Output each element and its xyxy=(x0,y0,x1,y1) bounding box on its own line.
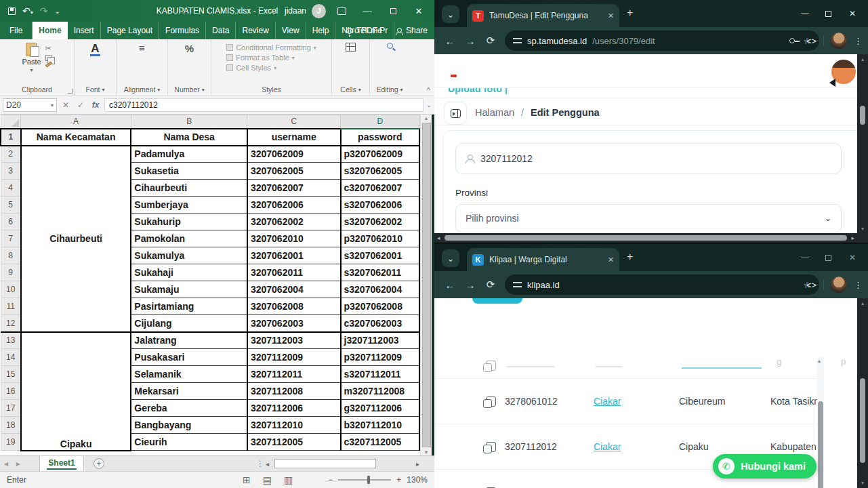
page-vertical-scrollbar[interactable]: ▴ ▾ xyxy=(857,298,868,488)
dev-code-icon[interactable]: <> xyxy=(806,36,817,46)
row-header[interactable]: 3 xyxy=(1,163,21,180)
desa-cell[interactable]: Sukamulya xyxy=(131,247,247,264)
password-cell[interactable]: s3207062002 xyxy=(341,214,419,230)
page-horizontal-scrollbar[interactable]: ◂ ▸ xyxy=(434,233,857,243)
desa-cell[interactable]: Gereba xyxy=(131,400,247,417)
font-icon[interactable]: A xyxy=(90,43,100,56)
name-box[interactable]: D20 ▾ xyxy=(3,98,57,112)
excel-vertical-scrollbar[interactable]: ▴ ▾ xyxy=(420,115,432,455)
row-header[interactable]: 1 xyxy=(1,129,21,146)
username-cell[interactable]: 3207062002 xyxy=(247,214,341,230)
cell-a1[interactable]: Nama Kecamatan xyxy=(21,129,131,146)
number-icon[interactable]: % xyxy=(185,43,194,54)
site-settings-icon[interactable] xyxy=(513,281,522,288)
vscroll-up-icon[interactable]: ▴ xyxy=(861,56,864,62)
desa-cell[interactable]: Pamokolan xyxy=(131,230,247,247)
vscroll-thumb[interactable] xyxy=(860,378,865,463)
username-cell[interactable]: 3207062008 xyxy=(247,298,341,315)
desa-cell[interactable]: Sukasetia xyxy=(131,163,247,180)
copy-icon[interactable] xyxy=(486,442,496,452)
username-cell[interactable]: 3207062006 xyxy=(247,197,341,214)
ribbon-collapse-icon[interactable]: ^ xyxy=(427,86,430,94)
zoom-slider[interactable] xyxy=(338,479,391,481)
cell-d1[interactable]: password xyxy=(341,129,419,146)
undo-icon[interactable]: ↶▾ xyxy=(22,5,33,16)
password-cell[interactable]: s3207062004 xyxy=(341,281,419,298)
username-cell[interactable]: 3207062011 xyxy=(247,264,341,281)
desa-cell[interactable]: Bangbayang xyxy=(131,417,247,434)
username-cell[interactable]: 3207062010 xyxy=(247,230,341,247)
copy-icon[interactable] xyxy=(486,396,496,407)
username-cell[interactable]: 3207112011 xyxy=(247,366,341,383)
desa-cell[interactable]: Sumberjaya xyxy=(131,197,247,214)
username-cell[interactable]: 3207062001 xyxy=(247,247,341,264)
password-cell[interactable]: c3207062003 xyxy=(341,315,419,332)
row-header[interactable]: 19 xyxy=(1,434,21,451)
row-header[interactable]: 7 xyxy=(1,230,21,247)
editing-search-icon[interactable] xyxy=(387,43,393,49)
excel-close-button[interactable]: ✕ xyxy=(409,0,429,22)
table-scroll-thumb[interactable] xyxy=(818,401,823,488)
sheet-nav-right-icon[interactable]: ▸ xyxy=(16,459,20,468)
hscroll-thumb[interactable] xyxy=(445,235,848,241)
whatsapp-contact-button[interactable]: ✆ Hubungi kami xyxy=(713,454,817,479)
reload-icon[interactable]: ⟳ xyxy=(480,35,501,47)
username-cell[interactable]: 3207112005 xyxy=(247,434,341,451)
desa-cell[interactable]: Jalatrang xyxy=(131,332,247,349)
password-cell[interactable]: s3207112011 xyxy=(341,366,419,383)
klipaa-tab[interactable]: K Klipaa | Warga Digital ✕ xyxy=(467,248,619,271)
format-as-table-button[interactable]: Format as Table▾ xyxy=(226,54,295,62)
provinsi-select[interactable]: Pilih provinsi ⌄ xyxy=(455,204,842,232)
cell-c1[interactable]: username xyxy=(247,129,341,146)
column-header-d[interactable]: D xyxy=(341,115,419,129)
desa-cell[interactable]: Cieurih xyxy=(131,434,247,451)
username-field[interactable]: 3207112012 xyxy=(455,143,842,174)
formulabar-expand-icon[interactable]: ⌄ xyxy=(426,102,432,108)
row-header[interactable]: 13 xyxy=(1,332,21,349)
row-header[interactable]: 12 xyxy=(1,315,21,332)
view-normal-icon[interactable]: ⊞ xyxy=(243,474,251,485)
new-tab-button[interactable]: + xyxy=(627,7,633,19)
row-header[interactable]: 10 xyxy=(1,281,21,298)
browser-maximize-button[interactable] xyxy=(817,0,840,27)
row-header[interactable]: 4 xyxy=(1,180,21,197)
qat-customize-icon[interactable]: ⌄ xyxy=(54,7,60,15)
cell-b1[interactable]: Nama Desa xyxy=(131,129,247,146)
tabbar-drag-dots[interactable]: ⋮ xyxy=(256,459,264,468)
page-vertical-scrollbar[interactable]: ▴ ▾ xyxy=(857,54,868,243)
excel-menu-tab[interactable]: Insert xyxy=(68,22,101,39)
sheet-tab-sheet1[interactable]: Sheet1 xyxy=(39,456,84,471)
row-header[interactable]: 17 xyxy=(1,400,21,417)
row-header[interactable]: 8 xyxy=(1,247,21,264)
view-page-layout-icon[interactable]: ▤ xyxy=(263,474,272,485)
sheet-nav-left-icon[interactable]: ◂ xyxy=(4,459,8,468)
desa-cell[interactable]: Sukamaju xyxy=(131,281,247,298)
hscroll-left-icon[interactable]: ◂ xyxy=(437,235,440,241)
hscroll-right-icon[interactable]: ▸ xyxy=(851,235,854,241)
add-sheet-button[interactable]: + xyxy=(94,458,104,469)
cancel-entry-icon[interactable]: ✕ xyxy=(60,100,72,110)
username-cell[interactable]: 3207062007 xyxy=(247,180,341,197)
desa-cell[interactable]: Cijulang xyxy=(131,315,247,332)
username-cell[interactable]: 3207062003 xyxy=(247,315,341,332)
zoom-slider-thumb[interactable] xyxy=(367,476,370,484)
excel-menu-tab[interactable]: Nitro PDF Pr xyxy=(335,22,394,39)
password-cell[interactable]: p3207062008 xyxy=(341,298,419,315)
browser-close-button[interactable]: ✕ xyxy=(841,244,864,271)
desa-cell[interactable]: Cihaurbeuti xyxy=(131,180,247,197)
password-cell[interactable]: p3207062010 xyxy=(341,230,419,247)
password-cell[interactable]: g3207112006 xyxy=(341,400,419,417)
row-header[interactable]: 15 xyxy=(1,366,21,383)
username-cell[interactable]: 3207062005 xyxy=(247,163,341,180)
desa-cell[interactable]: Pasirtamiang xyxy=(131,298,247,315)
row-header[interactable]: 14 xyxy=(1,349,21,366)
back-icon[interactable]: ← xyxy=(440,35,460,47)
password-cell[interactable]: j3207112003 xyxy=(341,332,419,349)
browser-menu-icon[interactable]: ⋮ xyxy=(854,36,863,46)
dev-code-icon[interactable]: <> xyxy=(806,280,817,290)
excel-menu-tab[interactable]: File xyxy=(0,22,33,39)
ciakar-link[interactable]: Ciakar xyxy=(594,396,679,407)
password-cell[interactable]: s3207062011 xyxy=(341,264,419,281)
excel-horizontal-scrollbar[interactable]: ◂ ▸ xyxy=(266,458,419,470)
ciakar-link[interactable]: Ciakar xyxy=(594,441,679,452)
